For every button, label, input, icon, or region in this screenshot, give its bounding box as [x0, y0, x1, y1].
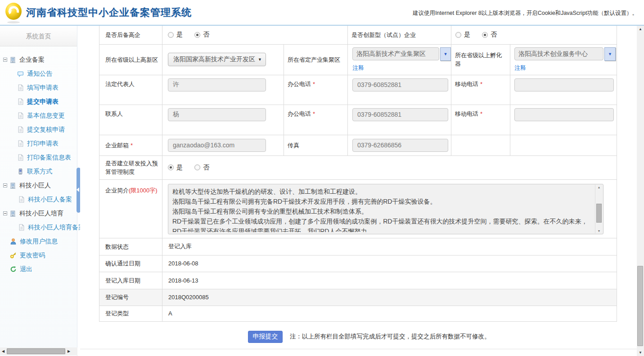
- scrollbar-thumb[interactable]: [637, 266, 643, 346]
- sidebar-home-header: 系统首页: [0, 26, 77, 46]
- sidebar-item-tech-giant-cultivation-record[interactable]: 科技小巨人培育备案: [0, 220, 77, 234]
- sidebar-item-tech-giant[interactable]: 科技小巨人: [0, 178, 77, 192]
- textarea-scrollbar[interactable]: ▲ ▼: [595, 185, 603, 233]
- scroll-down-icon[interactable]: ▼: [595, 229, 603, 233]
- field-label: 传真: [284, 135, 348, 155]
- collapse-minus-icon[interactable]: [3, 58, 7, 62]
- field-label: 办公电话*: [284, 75, 348, 105]
- field-label: 是否后备高企: [99, 26, 162, 44]
- building-icon: [9, 182, 16, 189]
- innovative-radio-group: 是 否: [455, 31, 617, 39]
- app-header: 河南省科技型中小企业备案管理系统 建议使用Internet Explorer 8…: [0, 0, 644, 26]
- data-status-value: 登记入库: [162, 238, 617, 255]
- speech-bubble-icon: [17, 70, 24, 77]
- company-profile-textarea[interactable]: 粒机等大型传达加热干燥机的的研发、设计、加工制造和工程建设。 洛阳瑞岛干燥工程有…: [168, 184, 603, 234]
- collapse-arrow-icon: [77, 187, 79, 192]
- sidebar-item-enterprise-record[interactable]: 企业备案: [0, 53, 77, 67]
- radio-no[interactable]: [482, 32, 488, 38]
- field-label: 数据状态: [99, 238, 162, 255]
- collapse-minus-icon[interactable]: [3, 211, 7, 215]
- email-input[interactable]: [168, 139, 266, 152]
- sidebar-item-print-application[interactable]: 打印申请表: [0, 137, 77, 151]
- radio-no[interactable]: [194, 32, 200, 38]
- sidebar-item-tech-giant-cultivation[interactable]: 科技小巨人培育: [0, 206, 77, 220]
- vertical-scrollbar[interactable]: ▲ ▼: [637, 26, 644, 356]
- office-phone-input[interactable]: [352, 78, 448, 91]
- document-icon: [18, 196, 25, 203]
- field-label: 所在省定产业集聚区: [284, 44, 348, 75]
- register-date-value: 2018-06-13: [162, 272, 617, 289]
- scrollbar-thumb[interactable]: [596, 204, 602, 223]
- sidebar-item-basic-info-change[interactable]: 基本信息变更: [0, 109, 77, 123]
- field-label: 是否建立研发投入预算管理制度: [99, 155, 162, 179]
- office-phone-input[interactable]: [352, 108, 448, 121]
- rd-budget-radio-group: 是 否: [168, 164, 617, 172]
- sidebar-item-submit-review[interactable]: 提交复核申请: [0, 123, 77, 137]
- user-icon: [10, 238, 17, 245]
- field-label: 办公电话*: [284, 105, 348, 135]
- field-label: 登记入库日期: [99, 272, 162, 289]
- field-label: 法定代表人: [99, 75, 162, 105]
- sidebar-nav: 企业备案 通知公告 填写申请表 提交申请表 基本信息变更 提交复核申请: [0, 46, 77, 276]
- sidebar-item-notices[interactable]: 通知公告: [0, 67, 77, 81]
- main-content: 是否后备高企 是 否 是否创新型（试点）企业 是: [80, 26, 637, 356]
- logout-icon: [10, 266, 17, 273]
- fax-input[interactable]: [352, 139, 448, 152]
- sidebar-item-tech-giant-record[interactable]: 科技小巨人备案: [0, 192, 77, 206]
- sidebar-item-contact-method[interactable]: 联系方式: [0, 164, 77, 178]
- sidebar-item-print-record-info[interactable]: 打印备案信息表: [0, 151, 77, 164]
- chevron-down-icon: ▼: [258, 57, 262, 62]
- document-icon: [17, 84, 24, 91]
- field-label: 登记类型: [99, 306, 162, 321]
- mobile-phone-input[interactable]: [514, 108, 614, 121]
- sidebar-item-logout[interactable]: 退出: [0, 262, 77, 276]
- field-label: 是否创新型（试点）企业: [348, 26, 451, 44]
- field-label: 登记编号: [99, 289, 162, 306]
- document-icon: [17, 154, 24, 161]
- scroll-down-icon[interactable]: ▼: [637, 351, 644, 355]
- sidebar-item-change-password[interactable]: 更改密码: [0, 248, 77, 262]
- cluster-combobox[interactable]: 洛阳高新技术产业集聚区 ▼: [352, 47, 451, 61]
- field-label: 联系人: [99, 105, 162, 135]
- sidebar-horizontal-scrollbar[interactable]: ◀ ▶: [0, 347, 77, 355]
- scrollbar-thumb[interactable]: [7, 348, 65, 354]
- chevron-down-button[interactable]: ▼: [440, 47, 451, 61]
- legal-rep-input[interactable]: [168, 78, 266, 91]
- field-label: 所在省级以上孵化器: [451, 44, 510, 75]
- empty-cell: [451, 135, 510, 155]
- radio-no[interactable]: [194, 164, 200, 170]
- register-type-value: A: [162, 306, 617, 321]
- building-icon: [9, 210, 16, 217]
- scroll-up-icon[interactable]: ▲: [637, 27, 644, 31]
- submit-button[interactable]: 申报提交: [248, 331, 283, 343]
- field-label: 移动电话*: [451, 75, 510, 105]
- mobile-phone-input[interactable]: [514, 78, 614, 91]
- field-label: 确认通过日期: [99, 255, 162, 272]
- scroll-right-icon[interactable]: ▶: [66, 349, 72, 353]
- radio-yes[interactable]: [168, 164, 174, 170]
- app-logo-icon: [4, 2, 24, 24]
- collapse-minus-icon[interactable]: [3, 183, 7, 187]
- radio-yes[interactable]: [168, 32, 174, 38]
- field-label: 企业邮箱*: [99, 135, 162, 155]
- incubator-combobox[interactable]: 洛阳高技术创业服务中心 ▼: [514, 47, 617, 61]
- chevron-down-button[interactable]: ▼: [604, 47, 616, 61]
- cluster-note-link[interactable]: 注释: [352, 64, 364, 72]
- field-label: 企业简介(限1000字): [99, 179, 162, 238]
- page-title: 河南省科技型中小企业备案管理系统: [26, 6, 192, 19]
- hightech-zone-select[interactable]: 洛阳国家高新技术产业开发区 ▼: [168, 53, 266, 66]
- sidebar-item-submit-application[interactable]: 提交申请表: [0, 95, 77, 109]
- radio-yes[interactable]: [455, 32, 461, 38]
- document-icon: [17, 112, 24, 119]
- scroll-left-icon[interactable]: ◀: [0, 349, 6, 353]
- sidebar-item-edit-user-info[interactable]: 修改用户信息: [0, 234, 77, 248]
- document-icon: [17, 140, 24, 147]
- empty-cell: [510, 135, 617, 155]
- register-no-value: 2018Q0200085: [162, 289, 617, 306]
- scroll-up-icon[interactable]: ▲: [595, 186, 603, 189]
- sidebar-item-fill-application[interactable]: 填写申请表: [0, 81, 77, 95]
- field-label: 所在省级以上高新区: [99, 44, 162, 75]
- incubator-note-link[interactable]: 注释: [514, 64, 526, 72]
- contact-name-input[interactable]: [168, 108, 266, 121]
- divider: [80, 349, 637, 349]
